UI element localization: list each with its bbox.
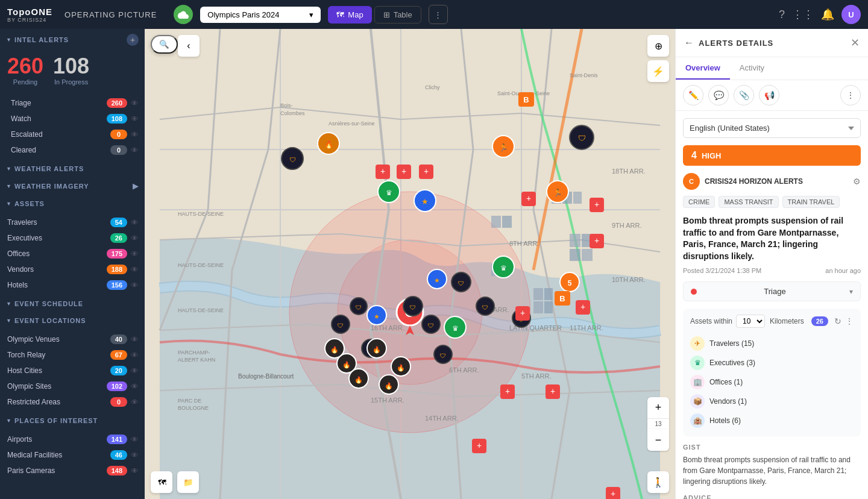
logo-sub: BY CRISIS24 [7, 17, 52, 23]
weather-imagery-section[interactable]: ▼ WEATHER IMAGERY ▶ [0, 177, 145, 195]
edit-button[interactable]: ✏️ [683, 85, 703, 105]
executives-row[interactable]: Executives 26 👁 [0, 230, 145, 246]
map-search-button[interactable]: 🔍 [151, 35, 178, 54]
watch-row[interactable]: Watch 108 👁 [0, 111, 145, 127]
cleared-visibility-button[interactable]: 👁 [131, 146, 139, 155]
event-locations-section[interactable]: ▼ EVENT LOCATIONS [0, 312, 145, 329]
more-options-button[interactable]: ⋮ [429, 5, 448, 24]
attach-button[interactable]: 📎 [734, 85, 754, 105]
vendors-visibility-button[interactable]: 👁 [131, 265, 139, 274]
help-button[interactable]: ? [779, 8, 785, 21]
torch-relay-row[interactable]: Torch Relay 67 👁 [0, 347, 145, 363]
travelers-asset-row: ✈ Travelers (15) [690, 334, 854, 353]
event-schedule-section[interactable]: ▼ EVENT SCHEDULE [0, 295, 145, 312]
places-section[interactable]: ▼ PLACES OF INTEREST [0, 412, 145, 429]
restricted-areas-row[interactable]: Restricted Areas 0 👁 [0, 394, 145, 410]
olympic-venues-row[interactable]: Olympic Venues 40 👁 [0, 331, 145, 347]
svg-text:+: + [594, 199, 599, 209]
hotels-visibility-button[interactable]: 👁 [131, 281, 139, 290]
notifications-button[interactable]: 🔔 [821, 8, 834, 21]
more-actions-button[interactable]: ⋮ [840, 85, 861, 105]
torch-relay-label: Torch Relay [7, 351, 110, 359]
bookmark-button[interactable]: 📁 [177, 471, 199, 493]
map-area[interactable]: 18TH ARR. 9TH ARR. 10TH ARR. 11TH ARR. 8… [145, 29, 675, 499]
host-cities-row[interactable]: Host Cities 20 👁 [0, 363, 145, 378]
refresh-button[interactable]: ↻ [834, 316, 841, 326]
triage-row[interactable]: Triage 260 👁 [0, 95, 145, 111]
tag-crime: CRIME [683, 196, 715, 208]
svg-rect-38 [582, 249, 593, 261]
add-alert-button[interactable]: + [127, 34, 139, 46]
location-button[interactable]: ⊕ [647, 35, 669, 57]
source-row: C CRISIS24 HORIZON ALERTS ⚙ [683, 173, 861, 190]
executives-visibility-button[interactable]: 👁 [131, 234, 139, 243]
olympic-sites-row[interactable]: Olympic Sites 102 👁 [0, 378, 145, 394]
intel-alerts-section[interactable]: ▼ INTEL ALERTS + [0, 29, 145, 51]
panel-close-button[interactable]: ✕ [851, 36, 860, 49]
share-button[interactable]: 📢 [759, 85, 779, 105]
escalated-row[interactable]: Escalated 0 👁 [0, 127, 145, 142]
tab-overview[interactable]: Overview [676, 57, 730, 80]
svg-text:🛡: 🛡 [410, 304, 416, 311]
offices-row[interactable]: Offices 175 👁 [0, 246, 145, 262]
comment-button[interactable]: 💬 [708, 85, 729, 105]
restricted-areas-visibility[interactable]: 👁 [131, 398, 139, 407]
posted-date: Posted 3/21/2024 1:38 PM [683, 267, 761, 274]
user-avatar[interactable]: U [841, 5, 861, 24]
assets-section[interactable]: ▼ ASSETS [0, 195, 145, 212]
zoom-in-button[interactable]: + [647, 397, 669, 419]
assets-within-actions: ↻ ⋮ [834, 316, 854, 326]
svg-text:+: + [520, 308, 525, 318]
airports-visibility[interactable]: 👁 [131, 435, 139, 444]
panel-back-button[interactable]: ← [684, 37, 694, 48]
source-settings-button[interactable]: ⚙ [853, 177, 861, 186]
medical-facilities-row[interactable]: Medical Facilities 46 👁 [0, 447, 145, 463]
torch-relay-visibility[interactable]: 👁 [131, 351, 139, 360]
tab-activity[interactable]: Activity [730, 57, 774, 80]
medical-visibility[interactable]: 👁 [131, 451, 139, 460]
cleared-row[interactable]: Cleared 0 👁 [0, 142, 145, 158]
inprogress-label: In Progress [54, 78, 88, 86]
paris-cameras-row[interactable]: Paris Cameras 148 👁 [0, 463, 145, 479]
collapse-panel-button[interactable]: ‹ [178, 35, 200, 57]
travelers-row[interactable]: Travelers 54 👁 [0, 215, 145, 230]
map-view-button[interactable]: 🗺 Map [328, 6, 371, 24]
event-schedule-label: EVENT SCHEDULE [14, 300, 83, 307]
host-cities-visibility[interactable]: 👁 [131, 366, 139, 375]
filter-button[interactable]: ⚡ [647, 60, 669, 82]
weather-alerts-section[interactable]: ▼ WEATHER ALERTS [0, 160, 145, 177]
cloud-sync-button[interactable] [174, 5, 193, 24]
street-view-button[interactable]: 🚶 [647, 471, 669, 493]
svg-text:PARC DE: PARC DE [178, 398, 201, 404]
travelers-visibility-button[interactable]: 👁 [131, 218, 139, 227]
svg-text:🛡: 🛡 [440, 353, 446, 359]
map-selector-dropdown[interactable]: Olympics Paris 2024 ▾ [200, 7, 321, 23]
svg-text:14TH ARR.: 14TH ARR. [425, 415, 459, 422]
hotels-row[interactable]: Hotels 156 👁 [0, 277, 145, 293]
assets-more-button[interactable]: ⋮ [845, 316, 854, 326]
vendors-row[interactable]: Vendors 188 👁 [0, 262, 145, 277]
olympic-venues-visibility[interactable]: 👁 [131, 335, 139, 344]
svg-text:♛: ♛ [452, 324, 459, 333]
inprogress-count: 108 [53, 55, 89, 77]
panel-toolbar: ✏️ 💬 📎 📢 ⋮ [676, 80, 868, 111]
layers-button[interactable]: 🗺 [151, 471, 172, 493]
offices-visibility-button[interactable]: 👁 [131, 250, 139, 259]
table-view-button[interactable]: ⊞ Table [374, 6, 421, 24]
olympic-sites-visibility[interactable]: 👁 [131, 382, 139, 391]
assets-list: Travelers 54 👁 Executives 26 👁 Offices 1… [0, 212, 145, 295]
triage-visibility-button[interactable]: 👁 [131, 99, 139, 108]
airports-row[interactable]: Airports 141 👁 [0, 432, 145, 447]
advice-label: ADVICE [683, 494, 861, 499]
paris-cameras-visibility[interactable]: 👁 [131, 466, 139, 475]
grid-menu-button[interactable]: ⋮⋮ [792, 8, 814, 21]
language-selector[interactable]: English (United States) [683, 118, 861, 138]
escalated-visibility-button[interactable]: 👁 [131, 130, 139, 139]
km-selector[interactable]: 10 [736, 315, 765, 328]
weather-imagery-expand: ▶ [133, 182, 139, 190]
event-locations-list: Olympic Venues 40 👁 Torch Relay 67 👁 Hos… [0, 329, 145, 412]
paris-cameras-label: Paris Cameras [7, 466, 107, 475]
zoom-out-button[interactable]: − [647, 429, 669, 451]
triage-dropdown[interactable]: Triage ▾ [683, 281, 861, 301]
watch-visibility-button[interactable]: 👁 [131, 115, 139, 124]
